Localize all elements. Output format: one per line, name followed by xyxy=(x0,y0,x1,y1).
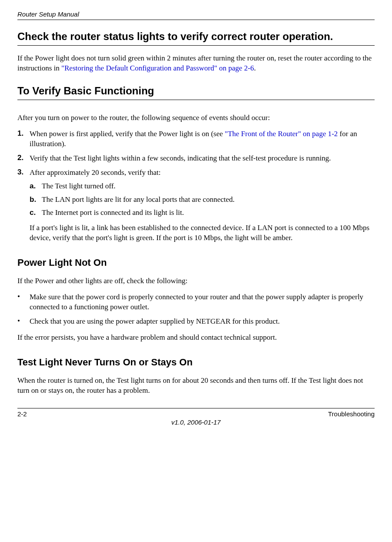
heading-verify-basic: To Verify Basic Functioning xyxy=(17,85,375,100)
bullet-marker: • xyxy=(17,292,30,312)
page-container: Router Setup Manual Check the router sta… xyxy=(0,0,392,435)
paragraph-status: If the Power light does not turn solid g… xyxy=(17,54,375,74)
step3-text: After approximately 20 seconds, verify t… xyxy=(30,168,161,177)
link-restoring-default[interactable]: "Restoring the Default Configuration and… xyxy=(61,64,254,72)
substep-item: c. The Internet port is connected and it… xyxy=(30,208,375,218)
page-footer: 2-2 Troubleshooting v1.0, 2006-01-17 xyxy=(17,408,375,426)
substep-marker: a. xyxy=(30,181,42,191)
substep-content: The Internet port is connected and its l… xyxy=(42,208,375,218)
step-item: 3. After approximately 20 seconds, verif… xyxy=(17,168,375,244)
footer-section: Troubleshooting xyxy=(328,410,375,418)
bullet-item: • Check that you are using the power ada… xyxy=(17,317,375,327)
substep-item: a. The Test light turned off. xyxy=(30,181,375,191)
status-text-b: . xyxy=(254,64,256,72)
power-bullets: • Make sure that the power cord is prope… xyxy=(17,292,375,327)
step-content: When power is first applied, verify that… xyxy=(30,129,375,149)
sub-steps: a. The Test light turned off. b. The LAN… xyxy=(30,181,375,218)
heading-power-light: Power Light Not On xyxy=(17,257,375,268)
heading-check-status: Check the router status lights to verify… xyxy=(17,30,375,46)
step-item: 2. Verify that the Test light lights wit… xyxy=(17,154,375,164)
substep-marker: b. xyxy=(30,195,42,205)
substep-marker: c. xyxy=(30,208,42,218)
header-title: Router Setup Manual xyxy=(17,10,79,18)
paragraph-power-intro: If the Power and other lights are off, c… xyxy=(17,276,375,286)
footer-row: 2-2 Troubleshooting xyxy=(17,410,375,418)
step-marker: 1. xyxy=(17,129,30,149)
substep-content: The LAN port lights are lit for any loca… xyxy=(42,195,375,205)
bullet-content: Make sure that the power cord is properl… xyxy=(30,292,375,312)
link-front-of-router[interactable]: "The Front of the Router" on page 1-2 xyxy=(225,130,338,138)
substep-item: b. The LAN port lights are lit for any l… xyxy=(30,195,375,205)
substep-content: The Test light turned off. xyxy=(42,181,375,191)
numbered-steps: 1. When power is first applied, verify t… xyxy=(17,129,375,243)
step1-text-a: When power is first applied, verify that… xyxy=(30,130,225,138)
page-header: Router Setup Manual xyxy=(17,10,375,20)
step3-tail: If a port's light is lit, a link has bee… xyxy=(30,223,375,243)
step-item: 1. When power is first applied, verify t… xyxy=(17,129,375,149)
step-marker: 2. xyxy=(17,154,30,164)
step-marker: 3. xyxy=(17,168,30,244)
paragraph-power-tail: If the error persists, you have a hardwa… xyxy=(17,333,375,343)
bullet-marker: • xyxy=(17,317,30,327)
footer-pagenum: 2-2 xyxy=(17,410,27,418)
bullet-content: Check that you are using the power adapt… xyxy=(30,317,375,327)
paragraph-test: When the router is turned on, the Test l… xyxy=(17,376,375,396)
paragraph-verify-intro: After you turn on power to the router, t… xyxy=(17,113,375,123)
heading-test-light: Test Light Never Turns On or Stays On xyxy=(17,357,375,368)
bullet-item: • Make sure that the power cord is prope… xyxy=(17,292,375,312)
step-content: After approximately 20 seconds, verify t… xyxy=(30,168,375,244)
step-content: Verify that the Test light lights within… xyxy=(30,154,375,164)
footer-version: v1.0, 2006-01-17 xyxy=(17,418,375,426)
